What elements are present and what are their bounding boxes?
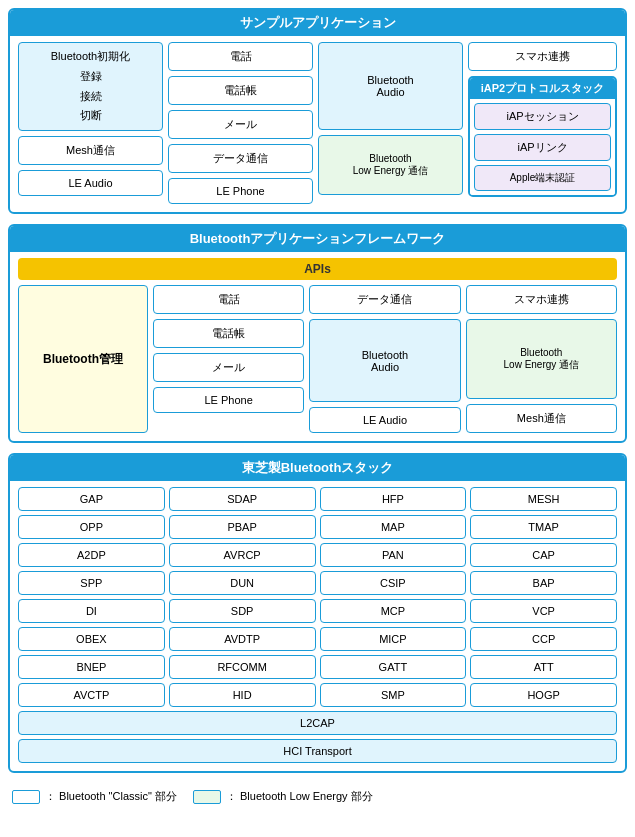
stack-cell-3-1: DUN [169,571,316,595]
apple-cert: Apple端末認証 [474,165,611,191]
sec3-title: 東芝製Bluetoothスタック [10,455,625,481]
stack-cell-3-0: SPP [18,571,165,595]
mail-s2: メール [153,353,304,382]
stack-cell-1-1: PBAP [169,515,316,539]
stack-cell-5-2: MICP [320,627,467,651]
sec3-bt-stack: 東芝製Bluetoothスタック GAPSDAPHFPMESHOPPPBAPMA… [8,453,627,773]
sec2-body: APIs Bluetooth管理 電話 データ通信 スマホ連携 電話帳 メール … [10,252,625,441]
sec2-col2: Bluetooth Audio LE Audio [309,319,460,433]
stack-cell-6-2: GATT [320,655,467,679]
col4: スマホ連携 iAP2プロトコルスタック iAPセッション iAPリンク Appl… [468,42,617,197]
smartphone-s1: スマホ連携 [468,42,617,71]
bt-le-s1: Bluetooth Low Energy 通信 [318,135,463,195]
sec3-body: GAPSDAPHFPMESHOPPPBAPMAPTMAPA2DPAVRCPPAN… [10,481,625,771]
stack-cell-2-3: CAP [470,543,617,567]
sec2-col1: 電話帳 メール LE Phone [153,319,304,433]
stack-cell-5-1: AVDTP [169,627,316,651]
stack-cell-0-2: HFP [320,487,467,511]
stack-cell-2-0: A2DP [18,543,165,567]
sec2-right: 電話 データ通信 スマホ連携 電話帳 メール LE Phone Bluetoot… [153,285,617,433]
stack-cell-0-0: GAP [18,487,165,511]
col3: Bluetooth Audio Bluetooth Low Energy 通信 [318,42,463,195]
stack-cell-2-2: PAN [320,543,467,567]
le-audio-s1: LE Audio [18,170,163,196]
iap-link: iAPリンク [474,134,611,161]
sec3-row-1: OPPPBAPMAPTMAP [18,515,617,539]
sec2-col3: Bluetooth Low Energy 通信 Mesh通信 [466,319,617,433]
bt-audio-s2: Bluetooth Audio [309,319,460,402]
le-audio-s2: LE Audio [309,407,460,433]
le-phone-s2: LE Phone [153,387,304,413]
bt-init-cell: Bluetooth初期化 登録 接続 切断 [18,42,163,131]
legend-classic-label: ： Bluetooth "Classic" 部分 [45,789,177,804]
bt-audio-s1: Bluetooth Audio [318,42,463,130]
stack-cell-0-1: SDAP [169,487,316,511]
stack-cell-6-3: ATT [470,655,617,679]
stack-cell-4-0: DI [18,599,165,623]
iap2-inner: iAPセッション iAPリンク Apple端末認証 [470,99,615,195]
le-phone-s1: LE Phone [168,178,313,204]
sec3-row-4: DISDPMCPVCP [18,599,617,623]
stack-cell-7-1: HID [169,683,316,707]
stack-cell-7-3: HOGP [470,683,617,707]
legend-le-label: ： Bluetooth Low Energy 部分 [226,789,373,804]
api-bar: APIs [18,258,617,280]
l2cap-cell: L2CAP [18,711,617,735]
legend-box-le [193,790,221,804]
sec2-row23: 電話帳 メール LE Phone Bluetooth Audio LE Audi… [153,319,617,433]
stack-cell-6-0: BNEP [18,655,165,679]
legend-le: ： Bluetooth Low Energy 部分 [193,789,373,804]
stack-cell-5-0: OBEX [18,627,165,651]
sec2-row1: 電話 データ通信 スマホ連携 [153,285,617,314]
iap2-box: iAP2プロトコルスタック iAPセッション iAPリンク Apple端末認証 [468,76,617,197]
stack-cell-4-3: VCP [470,599,617,623]
addr-s1: 電話帳 [168,76,313,105]
stack-cell-3-3: BAP [470,571,617,595]
sec3-row-3: SPPDUNCSIPBAP [18,571,617,595]
stack-cell-1-3: TMAP [470,515,617,539]
mesh-s1: Mesh通信 [18,136,163,165]
sec1-main-grid: Bluetooth初期化 登録 接続 切断 Mesh通信 LE Audio 電話… [18,42,617,204]
sec1-title: サンプルアプリケーション [10,10,625,36]
legend-classic: ： Bluetooth "Classic" 部分 [12,789,177,804]
stack-cell-7-2: SMP [320,683,467,707]
sec2-title: Bluetoothアプリケーションフレームワーク [10,226,625,252]
sec3-row-6: BNEPRFCOMMGATTATT [18,655,617,679]
stack-cell-4-2: MCP [320,599,467,623]
smartphone-s2: スマホ連携 [466,285,617,314]
sec2-main: Bluetooth管理 電話 データ通信 スマホ連携 電話帳 メール LE Ph… [18,285,617,433]
col1: Bluetooth初期化 登録 接続 切断 Mesh通信 LE Audio [18,42,163,196]
bt-le-s2: Bluetooth Low Energy 通信 [466,319,617,399]
stack-cell-5-3: CCP [470,627,617,651]
hci-cell: HCI Transport [18,739,617,763]
sec3-row-7: AVCTPHIDSMPHOGP [18,683,617,707]
mail-s1: メール [168,110,313,139]
sec1-sample-app: サンプルアプリケーション Bluetooth初期化 登録 接続 切断 Mesh通… [8,8,627,214]
bt-mgr: Bluetooth管理 [18,285,148,433]
stack-cell-2-1: AVRCP [169,543,316,567]
legend: ： Bluetooth "Classic" 部分 ： Bluetooth Low… [8,783,627,804]
mesh-s2: Mesh通信 [466,404,617,433]
stack-cell-7-0: AVCTP [18,683,165,707]
data-s1: データ通信 [168,144,313,173]
iap2-title: iAP2プロトコルスタック [470,78,615,99]
sec3-row-0: GAPSDAPHFPMESH [18,487,617,511]
iap-session: iAPセッション [474,103,611,130]
stack-cell-3-2: CSIP [320,571,467,595]
sec1-body: Bluetooth初期化 登録 接続 切断 Mesh通信 LE Audio 電話… [10,36,625,212]
legend-box-classic [12,790,40,804]
stack-cell-6-1: RFCOMM [169,655,316,679]
sec3-row-2: A2DPAVRCPPANCAP [18,543,617,567]
stack-cell-4-1: SDP [169,599,316,623]
sec3-row-5: OBEXAVDTPMICPCCP [18,627,617,651]
data-s2: データ通信 [309,285,460,314]
addr-s2: 電話帳 [153,319,304,348]
tel-s2: 電話 [153,285,304,314]
stack-cell-1-0: OPP [18,515,165,539]
col2: 電話 電話帳 メール データ通信 LE Phone [168,42,313,204]
sec2-bt-framework: Bluetoothアプリケーションフレームワーク APIs Bluetooth管… [8,224,627,443]
stack-cell-0-3: MESH [470,487,617,511]
stack-cell-1-2: MAP [320,515,467,539]
tel-s1: 電話 [168,42,313,71]
